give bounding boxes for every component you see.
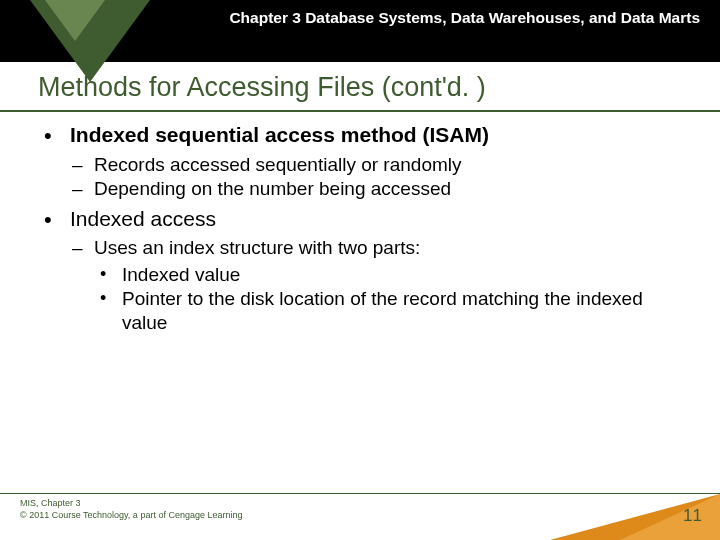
bullet-indexed-sub1: Uses an index structure with two parts: … (70, 236, 680, 335)
header-triangle-inner (45, 0, 105, 41)
footer-text: MIS, Chapter 3 © 2011 Course Technology,… (20, 497, 242, 522)
page-number: 11 (683, 506, 702, 526)
bullet-isam-sub1: Records accessed sequentially or randoml… (70, 153, 680, 177)
body-content: Indexed sequential access method (ISAM) … (40, 122, 680, 340)
bullet-isam-sub2: Depending on the number being accessed (70, 177, 680, 201)
bullet-indexed-access: Indexed access Uses an index structure w… (40, 206, 680, 336)
chapter-title: Chapter 3 Database Systems, Data Warehou… (160, 6, 700, 29)
footer-wedge-light (620, 494, 720, 540)
slide-title: Methods for Accessing Files (cont'd. ) (38, 72, 700, 103)
bullet-indexed-sub1-text: Uses an index structure with two parts: (94, 237, 420, 258)
title-underline (0, 110, 720, 112)
footer-line1: MIS, Chapter 3 (20, 497, 242, 510)
bullet-indexed-access-text: Indexed access (70, 207, 216, 230)
bullet-index-value: Indexed value (94, 263, 680, 287)
bullet-isam: Indexed sequential access method (ISAM) … (40, 122, 680, 202)
slide: Chapter 3 Database Systems, Data Warehou… (0, 0, 720, 540)
bullet-pointer: Pointer to the disk location of the reco… (94, 287, 680, 336)
footer-line2: © 2011 Course Technology, a part of Ceng… (20, 509, 242, 522)
bullet-isam-text: Indexed sequential access method (ISAM) (70, 123, 489, 146)
